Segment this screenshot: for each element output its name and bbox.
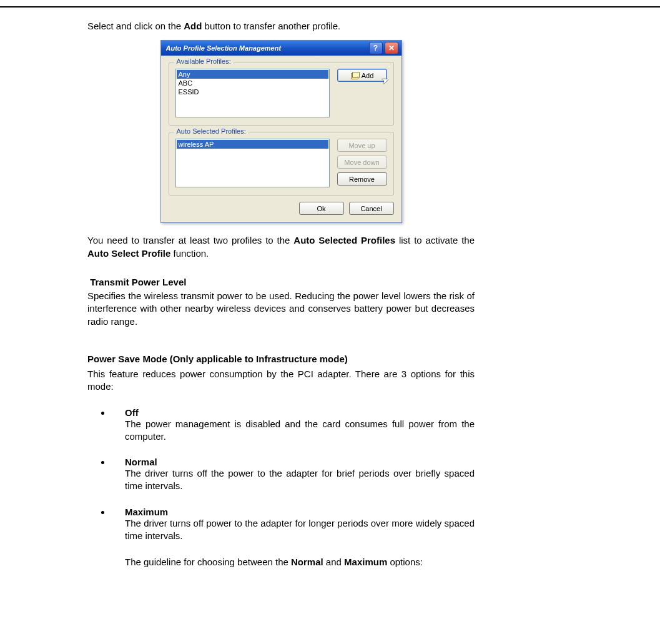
page-top-rule: [0, 6, 660, 7]
intro-paragraph: Select and click on the Add button to tr…: [87, 20, 475, 32]
dialog-titlebar[interactable]: Auto Profile Selection Management ? ✕: [161, 41, 401, 56]
available-profiles-legend: Available Profiles:: [174, 57, 234, 65]
guideline-b1: Normal: [291, 557, 323, 567]
option-maximum: Maximum The driver turns off power to th…: [111, 507, 475, 569]
auto-selected-profiles-legend: Auto Selected Profiles:: [174, 127, 249, 135]
available-profiles-group: Available Profiles: Any ABC ESSID Add: [169, 62, 394, 126]
tpl-heading: Transmit Power Level: [87, 276, 475, 289]
tpl-body: Specifies the wireless transmit power to…: [87, 290, 475, 328]
psm-heading: Power Save Mode (Only applicable to Infr…: [87, 353, 475, 365]
intro-prefix: Select and click on the: [87, 21, 184, 31]
transfer-suffix: function.: [170, 248, 209, 259]
help-icon[interactable]: ?: [369, 42, 383, 54]
transfer-bold1: Auto Selected Profiles: [293, 235, 395, 245]
auto-selected-profiles-listbox[interactable]: wireless AP: [175, 139, 330, 187]
option-off-title: Off: [125, 407, 475, 418]
auto-profile-dialog: Auto Profile Selection Management ? ✕ Av…: [160, 40, 402, 223]
option-off: Off The power management is disabled and…: [111, 407, 475, 443]
transfer-mid: list to activate the: [395, 235, 475, 245]
add-button-label: Add: [362, 72, 374, 79]
option-maximum-body: The driver turns off power to the adapte…: [125, 517, 475, 543]
available-profiles-listbox[interactable]: Any ABC ESSID: [175, 69, 330, 117]
list-item[interactable]: ABC: [177, 79, 328, 87]
intro-suffix: button to transfer another profile.: [202, 21, 340, 31]
tpl-heading-text: Transmit Power Level: [90, 277, 186, 287]
dialog-title: Auto Profile Selection Management: [166, 44, 367, 52]
cursor-icon: ➤: [380, 74, 390, 86]
option-guideline: The guideline for choosing between the N…: [125, 556, 475, 568]
intro-bold: Add: [184, 21, 202, 31]
option-normal: Normal The driver turns off the power to…: [111, 457, 475, 493]
guideline-b2: Maximum: [344, 557, 387, 567]
option-normal-body: The driver turns off the power to the ad…: [125, 467, 475, 493]
list-item[interactable]: ESSID: [177, 87, 328, 96]
ok-button[interactable]: Ok: [299, 202, 344, 215]
list-item[interactable]: wireless AP: [177, 140, 328, 149]
add-icon: [350, 71, 359, 80]
option-normal-title: Normal: [125, 457, 475, 467]
list-item[interactable]: Any: [177, 70, 328, 79]
guideline-mid: and: [323, 557, 344, 567]
add-button[interactable]: Add ➤: [337, 69, 387, 82]
transfer-bold2: Auto Select Profile: [87, 248, 170, 259]
transfer-paragraph: You need to transfer at least two profil…: [87, 234, 475, 260]
option-off-body: The power management is disabled and the…: [125, 418, 475, 443]
cancel-button[interactable]: Cancel: [349, 202, 394, 215]
option-maximum-title: Maximum: [125, 507, 475, 517]
guideline-prefix: The guideline for choosing between the: [125, 557, 291, 567]
psm-intro: This feature reduces power consumption b…: [87, 368, 475, 394]
move-up-button[interactable]: Move up: [337, 139, 387, 152]
auto-selected-profiles-group: Auto Selected Profiles: wireless AP Move…: [169, 132, 394, 196]
remove-button[interactable]: Remove: [337, 172, 387, 186]
transfer-prefix: You need to transfer at least two profil…: [87, 235, 293, 245]
close-icon[interactable]: ✕: [385, 42, 398, 54]
guideline-suffix: options:: [387, 557, 423, 567]
move-down-button[interactable]: Move down: [337, 156, 387, 169]
